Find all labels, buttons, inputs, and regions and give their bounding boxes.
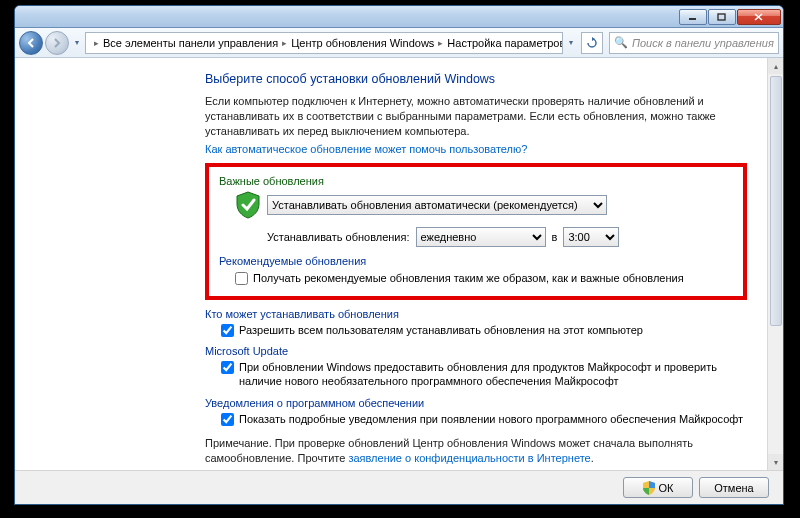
nav-history-dropdown[interactable]: ▾ [71, 33, 83, 53]
vertical-scrollbar[interactable]: ▴ ▾ [767, 58, 783, 470]
recommended-checkbox-label: Получать рекомендуемые обновления таким … [253, 271, 684, 285]
allow-all-users-label: Разрешить всем пользователям устанавлива… [239, 323, 643, 337]
intro-text: Если компьютер подключен к Интернету, мо… [205, 94, 747, 139]
software-notifications-label: Уведомления о программном обеспечении [205, 397, 747, 409]
scroll-down-button[interactable]: ▾ [768, 454, 783, 470]
update-time-select[interactable]: 3:00 [563, 227, 619, 247]
update-frequency-select[interactable]: ежедневно [416, 227, 546, 247]
address-dropdown[interactable]: ▾ [565, 33, 577, 53]
search-placeholder: Поиск в панели управления [632, 37, 774, 49]
scroll-up-button[interactable]: ▴ [768, 58, 783, 74]
close-button[interactable] [737, 9, 781, 25]
breadcrumb-item[interactable]: Все элементы панели управления [99, 37, 282, 49]
cancel-button[interactable]: Отмена [699, 477, 769, 498]
search-input[interactable]: 🔍 Поиск в панели управления [609, 32, 779, 54]
page-title: Выберите способ установки обновлений Win… [205, 72, 747, 86]
svg-rect-1 [718, 14, 725, 20]
main-panel: Выберите способ установки обновлений Win… [15, 58, 767, 470]
uac-shield-icon [643, 481, 655, 495]
window-frame: ▾ ▸ Все элементы панели управления ▸ Цен… [14, 5, 784, 505]
search-icon: 🔍 [614, 36, 628, 49]
minimize-button[interactable] [679, 9, 707, 25]
msupdate-checkbox[interactable] [221, 361, 234, 374]
forward-button[interactable] [45, 31, 69, 55]
recommended-updates-label: Рекомендуемые обновления [219, 255, 733, 267]
at-label: в [552, 231, 558, 243]
recommended-checkbox[interactable] [235, 272, 248, 285]
ok-button[interactable]: ОК [623, 477, 693, 498]
notifications-checkbox[interactable] [221, 413, 234, 426]
scroll-thumb[interactable] [770, 76, 782, 326]
important-updates-label: Важные обновления [219, 175, 733, 187]
button-bar: ОК Отмена [15, 470, 783, 504]
allow-all-users-checkbox[interactable] [221, 324, 234, 337]
back-button[interactable] [19, 31, 43, 55]
microsoft-update-label: Microsoft Update [205, 345, 747, 357]
msupdate-checkbox-label: При обновлении Windows предоставить обно… [239, 360, 747, 389]
breadcrumb-item[interactable]: Настройка параметров [443, 37, 563, 49]
shield-icon [235, 191, 261, 219]
highlighted-settings-box: Важные обновления Устанавливать обновлен… [205, 163, 747, 300]
schedule-label: Устанавливать обновления: [267, 231, 410, 243]
privacy-link[interactable]: заявление о конфиденциальности в Интерне… [348, 452, 590, 464]
refresh-button[interactable] [581, 32, 603, 54]
help-link[interactable]: Как автоматическое обновление может помо… [205, 143, 527, 155]
maximize-button[interactable] [708, 9, 736, 25]
titlebar[interactable] [15, 6, 783, 28]
navigation-bar: ▾ ▸ Все элементы панели управления ▸ Цен… [15, 28, 783, 58]
notifications-checkbox-label: Показать подробные уведомления при появл… [239, 412, 743, 426]
update-mode-select[interactable]: Устанавливать обновления автоматически (… [267, 195, 607, 215]
content-area: ▴ ▾ Выберите способ установки обновлений… [15, 58, 783, 470]
privacy-note: Примечание. При проверке обновлений Цент… [205, 436, 747, 466]
breadcrumb-item[interactable]: Центр обновления Windows [287, 37, 438, 49]
address-bar[interactable]: ▸ Все элементы панели управления ▸ Центр… [85, 32, 563, 54]
who-can-install-label: Кто может устанавливать обновления [205, 308, 747, 320]
